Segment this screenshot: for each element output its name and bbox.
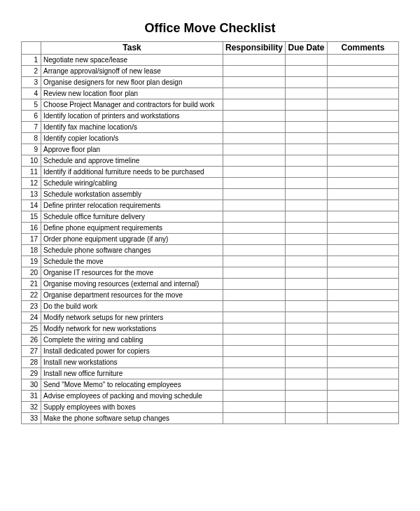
cell-comments	[328, 111, 399, 122]
cell-num: 14	[22, 200, 41, 211]
cell-comments	[328, 167, 399, 178]
cell-task: Schedule workstation assembly	[41, 189, 223, 200]
cell-comments	[328, 245, 399, 256]
cell-task: Advise employees of packing and moving s…	[41, 391, 223, 402]
cell-due_date	[286, 88, 328, 99]
cell-due_date	[286, 77, 328, 88]
cell-comments	[328, 155, 399, 167]
cell-due_date	[286, 290, 328, 301]
cell-responsibility	[223, 111, 286, 122]
table-row: 22Organise department resources for the …	[22, 290, 399, 301]
cell-num: 1	[22, 55, 41, 66]
cell-comments	[328, 290, 399, 301]
cell-responsibility	[223, 335, 286, 346]
cell-task: Organise IT resources for the move	[41, 267, 223, 279]
table-body: 1Negotiate new space/lease2Arrange appro…	[22, 55, 399, 424]
cell-comments	[328, 379, 399, 391]
cell-num: 28	[22, 357, 41, 368]
cell-due_date	[286, 301, 328, 312]
cell-num: 26	[22, 335, 41, 346]
cell-num: 12	[22, 178, 41, 189]
table-row: 14Define printer relocation requirements	[22, 200, 399, 211]
table-row: 26Complete the wiring and cabling	[22, 335, 399, 346]
cell-responsibility	[223, 200, 286, 211]
cell-due_date	[286, 200, 328, 211]
cell-comments	[328, 122, 399, 133]
table-row: 16Define phone equipment requirements	[22, 223, 399, 234]
cell-task: Schedule and approve timeline	[41, 155, 223, 167]
table-row: 32Supply employees with boxes	[22, 402, 399, 413]
cell-comments	[328, 402, 399, 413]
cell-due_date	[286, 223, 328, 234]
cell-num: 23	[22, 301, 41, 312]
cell-responsibility	[223, 357, 286, 368]
cell-task: Modify network setups for new printers	[41, 312, 223, 323]
cell-due_date	[286, 357, 328, 368]
cell-due_date	[286, 391, 328, 402]
table-row: 9Approve floor plan	[22, 144, 399, 155]
cell-due_date	[286, 245, 328, 256]
cell-responsibility	[223, 178, 286, 189]
table-row: 15Schedule office furniture delivery	[22, 211, 399, 223]
header-due-date: Due Date	[286, 42, 328, 55]
cell-responsibility	[223, 391, 286, 402]
cell-num: 11	[22, 167, 41, 178]
table-row: 17Order phone equipment upgrade (if any)	[22, 234, 399, 245]
cell-responsibility	[223, 323, 286, 335]
cell-num: 24	[22, 312, 41, 323]
table-row: 10Schedule and approve timeline	[22, 155, 399, 167]
cell-comments	[328, 88, 399, 99]
cell-num: 30	[22, 379, 41, 391]
cell-task: Send "Move Memo" to relocating employees	[41, 379, 223, 391]
cell-responsibility	[223, 301, 286, 312]
cell-comments	[328, 346, 399, 357]
table-row: 28Install new workstations	[22, 357, 399, 368]
cell-responsibility	[223, 99, 286, 111]
table-row: 19Schedule the move	[22, 256, 399, 267]
cell-num: 5	[22, 99, 41, 111]
table-row: 5Choose Project Manager and contractors …	[22, 99, 399, 111]
cell-task: Schedule wiring/cabling	[41, 178, 223, 189]
cell-task: Install dedicated power for copiers	[41, 346, 223, 357]
cell-num: 17	[22, 234, 41, 245]
cell-comments	[328, 211, 399, 223]
cell-comments	[328, 323, 399, 335]
cell-due_date	[286, 144, 328, 155]
cell-due_date	[286, 99, 328, 111]
cell-num: 9	[22, 144, 41, 155]
cell-task: Organise moving resources (external and …	[41, 279, 223, 290]
cell-responsibility	[223, 144, 286, 155]
table-row: 7Identify fax machine location/s	[22, 122, 399, 133]
cell-task: Identify location of printers and workst…	[41, 111, 223, 122]
cell-due_date	[286, 346, 328, 357]
cell-task: Organise department resources for the mo…	[41, 290, 223, 301]
table-row: 11Identify if additional furniture needs…	[22, 167, 399, 178]
cell-responsibility	[223, 223, 286, 234]
cell-responsibility	[223, 402, 286, 413]
cell-task: Define printer relocation requirements	[41, 200, 223, 211]
cell-task: Install new office furniture	[41, 368, 223, 379]
cell-due_date	[286, 312, 328, 323]
cell-due_date	[286, 256, 328, 267]
cell-num: 25	[22, 323, 41, 335]
cell-responsibility	[223, 189, 286, 200]
cell-due_date	[286, 335, 328, 346]
cell-num: 2	[22, 66, 41, 77]
table-row: 4Review new location floor plan	[22, 88, 399, 99]
cell-comments	[328, 234, 399, 245]
cell-due_date	[286, 323, 328, 335]
cell-comments	[328, 301, 399, 312]
cell-num: 6	[22, 111, 41, 122]
cell-task: Negotiate new space/lease	[41, 55, 223, 66]
cell-comments	[328, 99, 399, 111]
cell-task: Install new workstations	[41, 357, 223, 368]
cell-task: Identify if additional furniture needs t…	[41, 167, 223, 178]
cell-num: 32	[22, 402, 41, 413]
table-row: 23Do the build work	[22, 301, 399, 312]
checklist-table: Task Responsibility Due Date Comments 1N…	[21, 41, 399, 424]
cell-task: Schedule office furniture delivery	[41, 211, 223, 223]
cell-task: Order phone equipment upgrade (if any)	[41, 234, 223, 245]
cell-responsibility	[223, 379, 286, 391]
cell-num: 20	[22, 267, 41, 279]
cell-task: Arrange approval/signoff of new lease	[41, 66, 223, 77]
